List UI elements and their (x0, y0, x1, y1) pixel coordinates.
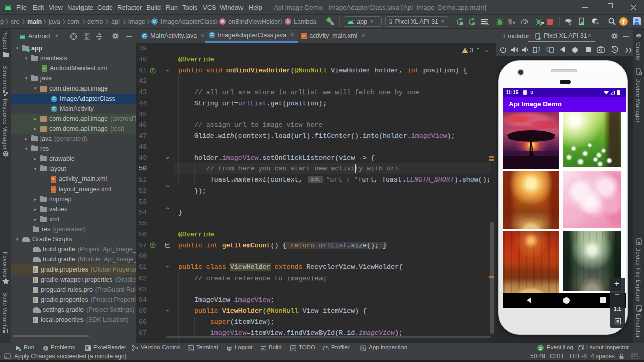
svg-text:5: 5 (614, 48, 616, 52)
svg-text:A: A (472, 21, 475, 26)
